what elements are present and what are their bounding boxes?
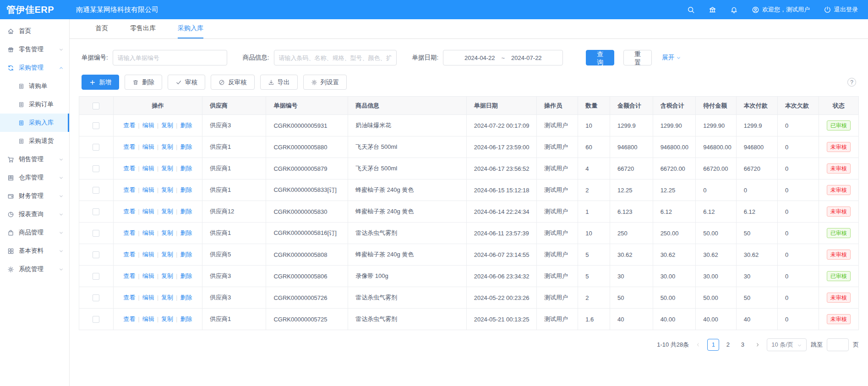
records-table-wrap: 操作供应商单据编号商品信息单据日期操作员数量金额合计含税合计待付金额本次付款本次…	[79, 96, 859, 330]
user-menu[interactable]: 欢迎您，测试用户	[752, 5, 810, 14]
sidebar-item-goods-manage[interactable]: 商品管理	[0, 223, 69, 242]
logout-button[interactable]: 退出登录	[824, 5, 858, 14]
audit-button[interactable]: 审核	[168, 75, 205, 90]
sidebar-item-purchase-order[interactable]: 采购订单	[0, 95, 69, 114]
row-action-copy[interactable]: 复制	[161, 143, 173, 150]
row-action-delete[interactable]: 删除	[180, 122, 192, 129]
row-action-edit[interactable]: 编辑	[142, 122, 154, 129]
row-action-edit[interactable]: 编辑	[142, 272, 154, 279]
row-action-copy[interactable]: 复制	[161, 251, 173, 258]
row-checkbox[interactable]	[93, 144, 99, 151]
cell-tax-total: 1299.90	[653, 115, 696, 136]
delete-button[interactable]: 删除	[125, 75, 162, 90]
row-action-delete[interactable]: 删除	[180, 294, 192, 301]
row-action-copy[interactable]: 复制	[161, 315, 173, 322]
select-all-checkbox[interactable]	[93, 103, 99, 109]
sidebar-item-home[interactable]: 首页	[0, 22, 69, 40]
unaudit-button[interactable]: 反审核	[211, 75, 255, 90]
sidebar-item-report-query[interactable]: 报表查询	[0, 205, 69, 223]
date-from-value[interactable]: 2024-04-22	[464, 54, 495, 61]
row-action-view[interactable]: 查看	[123, 122, 135, 129]
page-size-select[interactable]: 10 条/页	[767, 338, 807, 351]
row-action-edit[interactable]: 编辑	[142, 208, 154, 215]
row-action-copy[interactable]: 复制	[161, 186, 173, 193]
row-action-copy[interactable]: 复制	[161, 294, 173, 301]
row-action-edit[interactable]: 编辑	[142, 165, 154, 172]
row-checkbox[interactable]	[93, 273, 99, 280]
row-action-view[interactable]: 查看	[123, 165, 135, 172]
row-checkbox[interactable]	[93, 251, 99, 258]
row-checkbox[interactable]	[93, 294, 99, 301]
row-action-view[interactable]: 查看	[123, 272, 135, 279]
row-checkbox[interactable]	[93, 122, 99, 129]
row-action-view[interactable]: 查看	[123, 208, 135, 215]
row-checkbox[interactable]	[93, 230, 99, 237]
row-action-delete[interactable]: 删除	[180, 315, 192, 322]
row-action-copy[interactable]: 复制	[161, 208, 173, 215]
row-action-delete[interactable]: 删除	[180, 143, 192, 150]
platform-button[interactable]	[709, 6, 716, 14]
product-info-input[interactable]	[274, 50, 397, 65]
add-button[interactable]: 新增	[82, 75, 119, 90]
row-action-edit[interactable]: 编辑	[142, 315, 154, 322]
row-action-view[interactable]: 查看	[123, 251, 135, 258]
tab-home[interactable]: 首页	[95, 19, 108, 38]
button-label: 导出	[278, 78, 290, 87]
row-action-copy[interactable]: 复制	[161, 122, 173, 129]
help-icon[interactable]: ?	[847, 78, 856, 87]
date-to-value[interactable]: 2024-07-22	[511, 54, 542, 61]
tab-retail-outbound[interactable]: 零售出库	[130, 19, 156, 38]
row-action-copy[interactable]: 复制	[161, 229, 173, 236]
search-button[interactable]	[687, 6, 695, 14]
row-action-copy[interactable]: 复制	[161, 272, 173, 279]
row-action-delete[interactable]: 删除	[180, 272, 192, 279]
row-action-delete[interactable]: 删除	[180, 229, 192, 236]
row-action-delete[interactable]: 删除	[180, 165, 192, 172]
reset-button[interactable]: 重 置	[623, 50, 652, 65]
doc-no-label: 单据编号:	[82, 54, 108, 62]
export-button[interactable]: 导出	[260, 75, 298, 90]
sidebar-item-basic-data[interactable]: 基本资料	[0, 242, 69, 260]
page-number-3[interactable]: 3	[737, 339, 748, 351]
row-action-edit[interactable]: 编辑	[142, 186, 154, 193]
sidebar-item-system-manage[interactable]: 系统管理	[0, 260, 69, 278]
chevron-down-icon	[59, 194, 64, 199]
jump-page-input[interactable]	[827, 338, 849, 351]
tab-purchase-inbound[interactable]: 采购入库	[178, 19, 203, 38]
sidebar-item-warehouse-manage[interactable]: 仓库管理	[0, 169, 69, 187]
row-checkbox[interactable]	[93, 208, 99, 215]
row-action-view[interactable]: 查看	[123, 229, 135, 236]
row-action-edit[interactable]: 编辑	[142, 143, 154, 150]
search-query-button[interactable]: 查 询	[586, 50, 614, 65]
row-checkbox[interactable]	[93, 187, 99, 194]
sidebar-item-sales-manage[interactable]: 销售管理	[0, 150, 69, 169]
row-action-view[interactable]: 查看	[123, 186, 135, 193]
row-checkbox[interactable]	[93, 316, 99, 323]
date-range-picker[interactable]: 2024-04-22 ~ 2024-07-22	[443, 50, 563, 65]
sidebar-item-purchase-request[interactable]: 请购单	[0, 77, 69, 95]
sidebar-item-retail-manage[interactable]: 零售管理	[0, 40, 69, 59]
column-settings-button[interactable]: 列设置	[303, 75, 347, 90]
row-action-view[interactable]: 查看	[123, 294, 135, 301]
prev-page-button[interactable]	[693, 340, 703, 350]
sidebar-item-finance-manage[interactable]: 财务管理	[0, 187, 69, 205]
row-action-view[interactable]: 查看	[123, 143, 135, 150]
row-action-edit[interactable]: 编辑	[142, 294, 154, 301]
doc-no-input[interactable]	[113, 50, 227, 65]
page-number-1[interactable]: 1	[707, 339, 719, 351]
page-number-2[interactable]: 2	[722, 339, 734, 351]
row-action-delete[interactable]: 删除	[180, 186, 192, 193]
notifications-button[interactable]	[730, 6, 738, 14]
row-checkbox[interactable]	[93, 165, 99, 172]
row-action-edit[interactable]: 编辑	[142, 229, 154, 236]
next-page-button[interactable]	[753, 340, 763, 350]
row-action-delete[interactable]: 删除	[180, 251, 192, 258]
sidebar-item-purchase-return[interactable]: 采购退货	[0, 132, 69, 150]
expand-filters-link[interactable]: 展开	[662, 54, 681, 62]
sidebar-item-purchase-inbound[interactable]: 采购入库	[0, 114, 69, 132]
row-action-edit[interactable]: 编辑	[142, 251, 154, 258]
row-action-delete[interactable]: 删除	[180, 208, 192, 215]
sidebar-item-purchase-manage[interactable]: 采购管理	[0, 59, 69, 77]
row-action-copy[interactable]: 复制	[161, 165, 173, 172]
row-action-view[interactable]: 查看	[123, 315, 135, 322]
